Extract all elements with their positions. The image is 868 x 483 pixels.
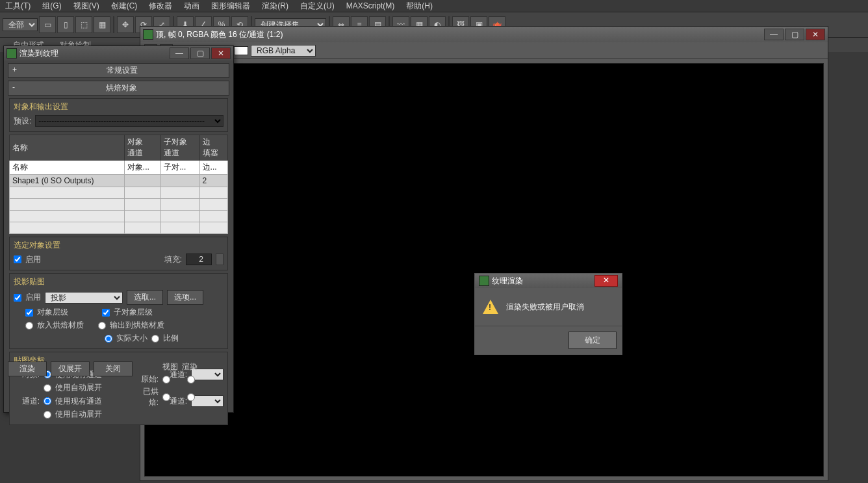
group-selected-object: 选定对象设置 启用 填充: <box>9 237 228 270</box>
rtt-title: 渲染到纹理 <box>19 48 58 59</box>
channel-dropdown[interactable]: RGB Alpha <box>251 45 316 57</box>
options-button[interactable]: 选项... <box>167 290 203 305</box>
preset-dropdown[interactable]: ----------------------------------------… <box>35 115 223 127</box>
ch-use-auto-radio[interactable] <box>44 411 51 419</box>
menu-anim[interactable]: 动画 <box>184 1 199 12</box>
out-mat-radio[interactable] <box>98 322 106 330</box>
rtt-close-button[interactable]: ✕ <box>211 47 231 59</box>
th2-edge[interactable]: 边... <box>199 161 227 175</box>
proj-enable-label: 启用 <box>25 292 41 303</box>
table-row[interactable] <box>10 222 228 234</box>
table-row[interactable] <box>10 199 228 211</box>
cell-edge: 2 <box>199 175 227 187</box>
out-mat-label: 输出到烘焙材质 <box>110 320 164 331</box>
rtt-minimize-button[interactable]: — <box>170 47 189 59</box>
baked-render-radio[interactable] <box>187 393 195 401</box>
close-button[interactable]: ✕ <box>806 29 825 40</box>
put-mat-label: 放入烘焙材质 <box>37 320 84 331</box>
th-obj-channel[interactable]: 对象 通道 <box>124 135 161 161</box>
menu-create[interactable]: 创建(C) <box>111 1 138 12</box>
app-icon <box>479 276 489 286</box>
minimize-button[interactable]: — <box>764 29 784 40</box>
menu-custom[interactable]: 自定义(U) <box>300 1 335 12</box>
objects-table: 名称 对象 通道 子对象 通道 边 填塞 名称 对象... 子对... 边...… <box>9 135 228 234</box>
rtt-footer: 渲染 仅展开 关闭 视图 渲染 原始: 已烘焙: <box>8 361 229 408</box>
orig-label: 原始: <box>136 374 159 385</box>
orig-view-radio[interactable] <box>162 376 170 384</box>
move-icon[interactable]: ✥ <box>117 16 134 33</box>
padding-spinner[interactable] <box>216 254 223 265</box>
menu-maxscript[interactable]: MAXScript(M) <box>346 1 395 10</box>
menu-tools[interactable]: 工具(T) <box>5 1 31 12</box>
padding-label: 填充: <box>164 254 182 265</box>
rollout-general[interactable]: 常规设置 <box>8 63 229 78</box>
menu-render[interactable]: 渲染(R) <box>262 1 288 12</box>
selection-filter[interactable]: 全部 <box>3 18 38 31</box>
proj-enable-checkbox[interactable] <box>14 294 21 302</box>
th2-obj[interactable]: 对象... <box>124 161 161 175</box>
window-crossing-icon[interactable]: ▦ <box>94 16 110 33</box>
rtt-maximize-button[interactable]: ▢ <box>190 47 210 59</box>
render-frame-window: 顶, 帧 0, RGBA 颜色 16 位/通道 (1:2) — ▢ ✕ 💾 ⧉ … <box>140 26 828 481</box>
rgb-swatch[interactable] <box>234 46 248 55</box>
group-object-output-title: 对象和输出设置 <box>14 101 223 112</box>
baked-view-radio[interactable] <box>162 393 170 401</box>
app-icon <box>143 29 153 40</box>
error-titlebar[interactable]: 纹理渲染 ✕ <box>475 274 622 288</box>
menu-modifier[interactable]: 修改器 <box>149 1 172 12</box>
cell-name: Shape1 (0 SO Outputs) <box>10 175 125 187</box>
th2-name[interactable]: 名称 <box>10 161 125 175</box>
enable-checkbox[interactable] <box>14 255 21 263</box>
render-viewport[interactable] <box>144 63 824 476</box>
render-to-texture-dialog: 渲染到纹理 — ▢ ✕ 常规设置 烘焙对象 对象和输出设置 预设: ------… <box>3 46 234 413</box>
actual-size-radio[interactable] <box>105 335 112 343</box>
error-title: 纹理渲染 <box>492 276 523 287</box>
menu-group[interactable]: 组(G) <box>42 1 61 12</box>
menu-help[interactable]: 帮助(H) <box>406 1 433 12</box>
table-row[interactable]: Shape1 (0 SO Outputs) 2 <box>10 175 228 187</box>
app-icon <box>6 48 17 59</box>
th-edge[interactable]: 边 填塞 <box>199 135 227 161</box>
render-window-titlebar[interactable]: 顶, 帧 0, RGBA 颜色 16 位/通道 (1:2) — ▢ ✕ <box>140 27 828 42</box>
rtt-titlebar[interactable]: 渲染到纹理 — ▢ ✕ <box>4 46 233 60</box>
menu-graph[interactable]: 图形编辑器 <box>211 1 250 12</box>
unwrap-button[interactable]: 仅展开 <box>51 361 90 376</box>
render-window-title: 顶, 帧 0, RGBA 颜色 16 位/通道 (1:2) <box>156 29 283 40</box>
ratio-radio[interactable] <box>151 335 159 343</box>
select-icon[interactable]: ▭ <box>39 16 56 33</box>
orig-render-radio[interactable] <box>187 376 195 384</box>
render-label: 渲染 <box>182 361 198 372</box>
actual-size-label: 实际大小 <box>116 333 147 344</box>
group-projection: 投影贴图 启用 投影 选取... 选项... 对象层级 子对象层级 放入烘焙材质… <box>9 273 228 349</box>
baked-label: 已烘焙: <box>136 386 159 408</box>
rollout-bake[interactable]: 烘焙对象 <box>8 81 229 96</box>
table-row[interactable] <box>10 187 228 199</box>
main-menu: 工具(T) 组(G) 视图(V) 创建(C) 修改器 动画 图形编辑器 渲染(R… <box>0 0 868 12</box>
th-name[interactable]: 名称 <box>10 135 125 161</box>
menu-view[interactable]: 视图(V) <box>73 1 99 12</box>
preset-label: 预设: <box>14 116 31 127</box>
th-sub-channel[interactable]: 子对象 通道 <box>161 135 199 161</box>
obj-level-checkbox[interactable] <box>25 309 33 317</box>
put-mat-radio[interactable] <box>25 322 33 330</box>
error-dialog: 纹理渲染 ✕ 渲染失败或被用户取消 确定 <box>474 273 622 355</box>
error-close-button[interactable]: ✕ <box>594 275 618 287</box>
table-row[interactable] <box>10 211 228 222</box>
select-name-icon[interactable]: ▯ <box>57 16 74 33</box>
group-selected-title: 选定对象设置 <box>14 240 223 251</box>
projection-dropdown[interactable]: 投影 <box>45 292 123 304</box>
ok-button[interactable]: 确定 <box>568 332 617 349</box>
render-button[interactable]: 渲染 <box>8 361 47 376</box>
th2-sub[interactable]: 子对... <box>161 161 199 175</box>
warning-icon <box>483 300 498 314</box>
maximize-button[interactable]: ▢ <box>785 29 804 40</box>
select-region-icon[interactable]: ⬚ <box>75 16 92 33</box>
sub-level-checkbox[interactable] <box>102 309 110 317</box>
group-projection-title: 投影贴图 <box>14 276 223 287</box>
obj-level-label: 对象层级 <box>37 307 68 318</box>
pick-button[interactable]: 选取... <box>127 290 163 305</box>
error-message: 渲染失败或被用户取消 <box>506 302 584 313</box>
padding-input[interactable] <box>186 254 212 265</box>
views-label: 视图 <box>162 361 178 372</box>
close-button[interactable]: 关闭 <box>94 361 133 376</box>
